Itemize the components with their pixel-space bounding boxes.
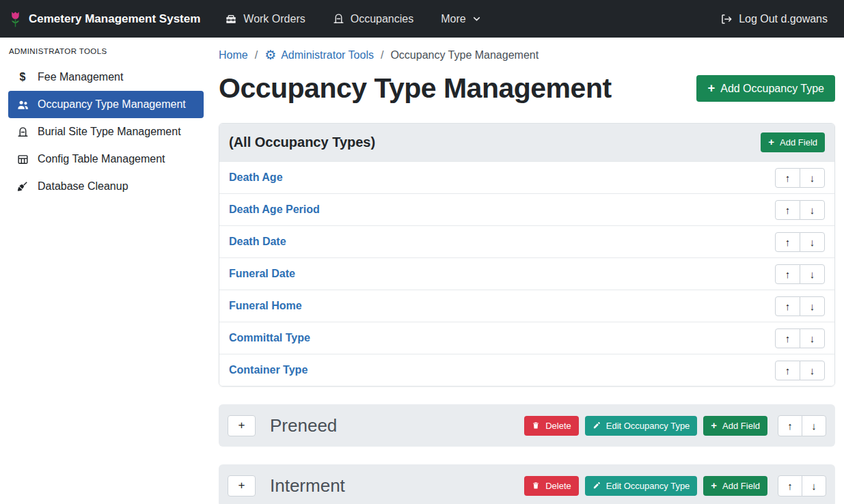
- move-down-button[interactable]: ↓: [800, 168, 825, 188]
- page-title: Occupancy Type Management: [219, 72, 612, 104]
- move-up-button[interactable]: ↑: [775, 296, 800, 316]
- move-up-button[interactable]: ↑: [775, 168, 800, 188]
- arrow-down-icon: ↓: [810, 172, 815, 184]
- pencil-icon: [593, 421, 601, 430]
- arrow-up-icon: ↑: [785, 268, 791, 280]
- nav-occupancies[interactable]: Occupancies: [333, 13, 414, 25]
- nav-work-orders-label: Work Orders: [243, 13, 305, 25]
- arrow-up-icon: ↑: [785, 204, 791, 216]
- breadcrumb-home[interactable]: Home: [219, 49, 248, 61]
- field-link[interactable]: Committal Type: [229, 332, 310, 344]
- sidebar-item-label: Occupancy Type Management: [38, 98, 186, 111]
- move-down-button[interactable]: ↓: [800, 200, 825, 220]
- trash-icon: [532, 421, 540, 430]
- plus-icon: +: [239, 419, 245, 432]
- move-down-button[interactable]: ↓: [800, 232, 825, 252]
- move-up-button[interactable]: ↑: [778, 475, 802, 496]
- nav-more[interactable]: More: [441, 13, 480, 25]
- move-down-button[interactable]: ↓: [802, 475, 826, 496]
- arrow-up-icon: ↑: [785, 236, 791, 248]
- plus-icon: +: [239, 479, 245, 492]
- move-down-button[interactable]: ↓: [800, 264, 825, 284]
- arrow-down-icon: ↓: [810, 333, 815, 344]
- move-down-button[interactable]: ↓: [800, 361, 825, 380]
- main-content: Home / ⚙ Administrator Tools / Occupancy…: [210, 38, 844, 504]
- field-link[interactable]: Death Date: [229, 236, 286, 248]
- app-brand[interactable]: Cemetery Management System: [8, 10, 200, 28]
- plus-icon: +: [711, 421, 717, 431]
- reorder-button-group: ↑ ↓: [775, 200, 825, 220]
- field-row: Funeral Home ↑ ↓: [219, 290, 834, 322]
- field-link[interactable]: Funeral Home: [229, 300, 302, 312]
- add-field-button[interactable]: + Add Field: [761, 132, 825, 152]
- occupancy-type-section-preneed: + Preneed Delete Edit Occupancy Type: [219, 404, 835, 447]
- breadcrumb-separator: /: [381, 49, 383, 61]
- delete-button[interactable]: Delete: [524, 416, 579, 436]
- move-up-button[interactable]: ↑: [775, 232, 800, 252]
- breadcrumb-admin-tools[interactable]: ⚙ Administrator Tools: [264, 48, 374, 61]
- arrow-down-icon: ↓: [811, 480, 817, 492]
- field-link[interactable]: Death Age Period: [229, 204, 320, 216]
- section-actions: Delete Edit Occupancy Type + Add Field ↑…: [524, 475, 826, 496]
- sidebar-item-fee-management[interactable]: $ Fee Management: [8, 64, 204, 91]
- app-title: Cemetery Management System: [29, 12, 200, 26]
- table-icon: [15, 154, 30, 165]
- monument-icon: [15, 126, 30, 138]
- logout-icon: [720, 13, 733, 25]
- move-up-button[interactable]: ↑: [775, 361, 800, 380]
- users-icon: [15, 98, 30, 111]
- add-field-label: Add Field: [722, 481, 760, 491]
- plus-icon: +: [711, 481, 717, 491]
- field-link[interactable]: Container Type: [229, 364, 308, 376]
- all-occupancy-types-card: (All Occupancy Types) + Add Field Death …: [219, 123, 835, 387]
- move-up-button[interactable]: ↑: [778, 415, 802, 436]
- add-occupancy-type-button[interactable]: + Add Occupancy Type: [696, 75, 835, 101]
- sidebar-item-label: Database Cleanup: [38, 180, 128, 193]
- title-row: Occupancy Type Management + Add Occupanc…: [219, 72, 835, 104]
- reorder-button-group: ↑ ↓: [775, 328, 825, 348]
- broom-icon: [15, 180, 30, 193]
- arrow-up-icon: ↑: [785, 172, 791, 184]
- add-field-button[interactable]: + Add Field: [703, 416, 767, 436]
- nav-work-orders[interactable]: Work Orders: [225, 13, 305, 25]
- tulip-logo-icon: [8, 10, 23, 28]
- move-down-button[interactable]: ↓: [802, 415, 826, 436]
- sidebar-item-label: Burial Site Type Management: [38, 126, 181, 138]
- expand-section-button[interactable]: +: [228, 415, 256, 436]
- edit-occupancy-type-button[interactable]: Edit Occupancy Type: [585, 476, 698, 496]
- move-up-button[interactable]: ↑: [775, 200, 800, 220]
- field-row: Death Age Period ↑ ↓: [219, 193, 834, 225]
- move-up-button[interactable]: ↑: [775, 328, 800, 348]
- edit-occupancy-type-label: Edit Occupancy Type: [606, 421, 690, 431]
- reorder-button-group: ↑ ↓: [775, 232, 825, 252]
- move-up-button[interactable]: ↑: [775, 264, 800, 284]
- sidebar-item-burial-site-type-management[interactable]: Burial Site Type Management: [8, 118, 204, 145]
- breadcrumb-current: Occupancy Type Management: [390, 49, 539, 61]
- arrow-up-icon: ↑: [785, 333, 791, 344]
- dollar-icon: $: [15, 71, 30, 83]
- field-row: Committal Type ↑ ↓: [219, 322, 834, 354]
- move-down-button[interactable]: ↓: [800, 296, 825, 316]
- arrow-up-icon: ↑: [787, 480, 793, 492]
- delete-button[interactable]: Delete: [524, 476, 579, 496]
- breadcrumb-admin-tools-label: Administrator Tools: [281, 49, 374, 61]
- tombstone-icon: [333, 13, 344, 25]
- main-nav: Work Orders Occupancies More: [225, 13, 480, 25]
- field-row: Funeral Date ↑ ↓: [219, 257, 834, 290]
- trash-icon: [532, 481, 540, 490]
- sidebar-item-occupancy-type-management[interactable]: Occupancy Type Management: [8, 91, 204, 118]
- field-link[interactable]: Funeral Date: [229, 268, 295, 280]
- breadcrumb-separator: /: [255, 49, 258, 61]
- sidebar-item-database-cleanup[interactable]: Database Cleanup: [8, 173, 204, 200]
- logout-link[interactable]: Log Out d.gowans: [720, 13, 828, 25]
- expand-section-button[interactable]: +: [228, 475, 256, 496]
- sidebar-item-label: Fee Management: [38, 71, 123, 83]
- sidebar-item-config-table-management[interactable]: Config Table Management: [8, 145, 204, 173]
- field-link[interactable]: Death Age: [229, 171, 283, 184]
- add-field-label: Add Field: [722, 421, 760, 431]
- add-field-button[interactable]: + Add Field: [703, 476, 767, 496]
- move-down-button[interactable]: ↓: [800, 328, 825, 348]
- edit-occupancy-type-button[interactable]: Edit Occupancy Type: [585, 416, 698, 436]
- page-layout: ADMINISTRATOR TOOLS $ Fee Management Occ…: [0, 38, 844, 504]
- section-title: Preneed: [270, 415, 337, 436]
